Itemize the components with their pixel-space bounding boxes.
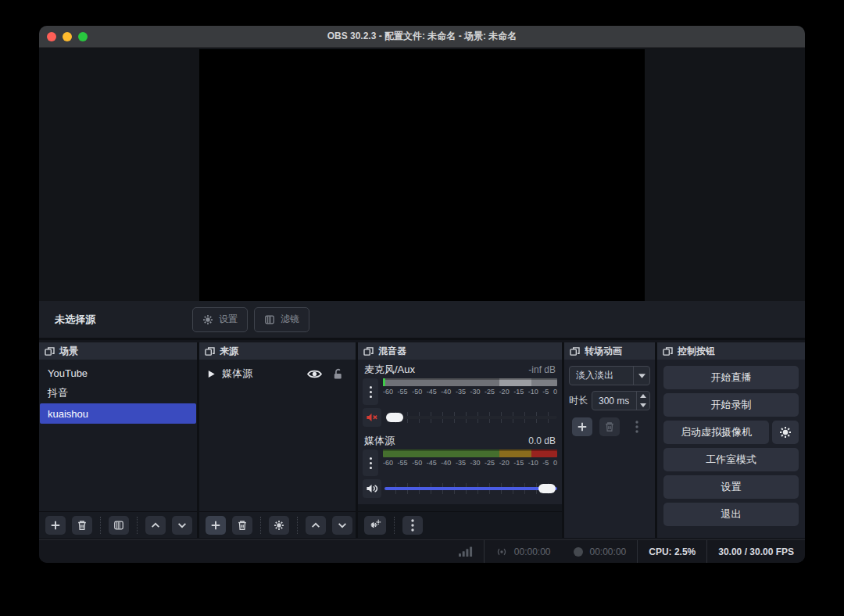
- meter-scale: -60-55-50-45-40-35-30-25-20-15-10-50: [383, 388, 557, 396]
- fps-indicator: 30.00 / 30.00 FPS: [718, 546, 794, 557]
- kebab-menu-icon[interactable]: [363, 449, 378, 476]
- mute-button[interactable]: [363, 408, 381, 427]
- scenes-panel: 场景 YouTube 抖音 kuaishou: [39, 342, 197, 538]
- record-timecode: 00:00:00: [590, 546, 627, 557]
- add-source-button[interactable]: [206, 516, 226, 535]
- broadcast-icon: [495, 547, 508, 557]
- volume-meter-media: [383, 449, 557, 457]
- source-properties-button[interactable]: 设置: [192, 307, 248, 332]
- channel-name: 媒体源: [364, 434, 395, 448]
- transitions-panel-title: 转场动画: [585, 345, 622, 358]
- mixer-channel-media: 媒体源 0.0 dB -60-55-50-45-40-35-30-25-20-1…: [363, 434, 557, 498]
- duration-label: 时长: [569, 394, 588, 407]
- mixer-panel-header[interactable]: 混音器: [358, 342, 562, 360]
- source-properties-toolbar-button[interactable]: [269, 516, 289, 535]
- no-source-selected-label: 未选择源: [55, 313, 95, 327]
- channel-level: 0.0 dB: [528, 435, 556, 446]
- add-transition-button[interactable]: [572, 417, 592, 436]
- volume-slider-mic[interactable]: [384, 412, 557, 423]
- toolbar-separator: [260, 517, 261, 534]
- scenes-panel-header[interactable]: 场景: [39, 342, 197, 360]
- settings-button[interactable]: 设置: [663, 475, 799, 499]
- source-properties-label: 设置: [219, 313, 238, 326]
- volume-meter-mic: [383, 378, 557, 386]
- studio-mode-button[interactable]: 工作室模式: [663, 448, 799, 471]
- media-play-icon: [207, 370, 216, 378]
- scene-list: YouTube 抖音 kuaishou: [39, 360, 197, 424]
- record-dot-icon: [573, 546, 584, 557]
- channel-name: 麦克风/Aux: [364, 363, 415, 377]
- mixer-panel-title: 混音器: [378, 345, 406, 358]
- controls-panel: 控制按钮 开始直播 开始录制 启动虚拟摄像机 工作室模式 设置 退出: [657, 342, 805, 538]
- scene-filters-button[interactable]: [109, 516, 129, 535]
- lock-open-icon[interactable]: [329, 365, 346, 382]
- stream-timecode: 00:00:00: [514, 546, 551, 557]
- add-scene-button[interactable]: [45, 516, 66, 535]
- move-scene-down-button[interactable]: [172, 516, 192, 535]
- window-title: OBS 30.2.3 - 配置文件: 未命名 - 场景: 未命名: [39, 30, 805, 43]
- source-context-bar: 未选择源 设置 滤镜: [39, 301, 805, 340]
- start-streaming-button[interactable]: 开始直播: [663, 366, 799, 389]
- spin-up-icon[interactable]: [637, 392, 649, 401]
- title-bar: OBS 30.2.3 - 配置文件: 未命名 - 场景: 未命名: [39, 26, 805, 48]
- toolbar-separator: [394, 517, 395, 534]
- controls-panel-header[interactable]: 控制按钮: [657, 342, 805, 360]
- virtual-camera-gear-icon[interactable]: [772, 421, 799, 444]
- scene-item-douyin[interactable]: 抖音: [40, 383, 196, 403]
- audio-mixer-panel: 混音器 麦克风/Aux -inf dB -60-: [358, 342, 562, 538]
- move-source-down-button[interactable]: [332, 516, 352, 535]
- dock-icon: [205, 347, 215, 356]
- controls-panel-title: 控制按钮: [678, 345, 715, 358]
- move-source-up-button[interactable]: [306, 516, 326, 535]
- stream-health-icon: [448, 546, 484, 557]
- meter-scale: -60-55-50-45-40-35-30-25-20-15-10-50: [383, 459, 557, 467]
- exit-button[interactable]: 退出: [663, 503, 799, 526]
- remove-transition-button[interactable]: [599, 417, 620, 436]
- transition-kebab-menu-icon[interactable]: [627, 417, 647, 436]
- obs-window: OBS 30.2.3 - 配置文件: 未命名 - 场景: 未命名 未选择源 设置…: [39, 26, 805, 563]
- mixer-kebab-menu-icon[interactable]: [402, 516, 423, 535]
- advanced-audio-gear-icon[interactable]: [364, 516, 386, 535]
- start-recording-button[interactable]: 开始录制: [663, 393, 799, 417]
- status-bar: 00:00:00 00:00:00 CPU: 2.5% 30.00 / 30.0…: [39, 539, 805, 563]
- transition-selected-value: 淡入淡出: [570, 369, 633, 382]
- slider-handle[interactable]: [538, 484, 556, 493]
- source-item-media[interactable]: 媒体源: [199, 363, 356, 385]
- kebab-menu-icon[interactable]: [363, 378, 378, 405]
- toolbar-separator: [297, 517, 298, 534]
- source-filters-label: 滤镜: [281, 313, 299, 326]
- gear-icon: [202, 314, 213, 325]
- sources-toolbar: [199, 511, 356, 538]
- dock-icon: [663, 347, 673, 356]
- slider-handle[interactable]: [386, 413, 403, 422]
- cpu-usage: CPU: 2.5%: [649, 546, 696, 557]
- filter-icon: [264, 314, 275, 325]
- sources-panel-title: 来源: [220, 345, 238, 358]
- sources-panel: 来源 媒体源: [199, 342, 356, 538]
- sources-panel-header[interactable]: 来源: [199, 342, 356, 360]
- start-virtual-camera-button[interactable]: 启动虚拟摄像机: [663, 421, 769, 444]
- transitions-panel-header[interactable]: 转场动画: [564, 342, 655, 360]
- program-canvas[interactable]: [199, 49, 645, 301]
- source-filters-button[interactable]: 滤镜: [254, 307, 309, 332]
- dock-area: 场景 YouTube 抖音 kuaishou: [39, 342, 805, 538]
- scene-item-youtube[interactable]: YouTube: [40, 363, 196, 383]
- spin-down-icon[interactable]: [637, 401, 649, 410]
- duration-spinbox[interactable]: 300 ms: [592, 391, 650, 410]
- remove-scene-button[interactable]: [72, 516, 92, 535]
- speaker-icon[interactable]: [363, 479, 381, 498]
- dock-icon: [45, 347, 55, 356]
- scenes-toolbar: [39, 511, 197, 538]
- volume-slider-media[interactable]: [384, 483, 557, 494]
- transition-select[interactable]: 淡入淡出: [569, 366, 650, 385]
- remove-source-button[interactable]: [232, 516, 252, 535]
- eye-icon[interactable]: [306, 365, 323, 382]
- scenes-panel-title: 场景: [59, 345, 78, 358]
- channel-level: -inf dB: [528, 364, 556, 375]
- move-scene-up-button[interactable]: [145, 516, 166, 535]
- duration-value: 300 ms: [592, 392, 636, 410]
- preview-area: [39, 48, 805, 301]
- transitions-panel: 转场动画 淡入淡出 时长 300 ms: [564, 342, 655, 538]
- scene-item-kuaishou[interactable]: kuaishou: [40, 403, 196, 424]
- mixer-toolbar: [358, 511, 562, 538]
